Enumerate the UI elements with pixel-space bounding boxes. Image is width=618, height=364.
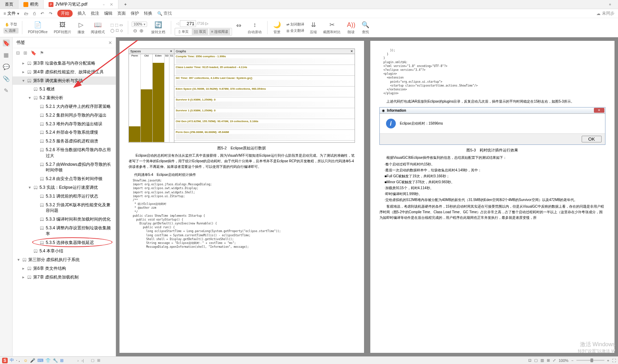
- play-button[interactable]: ▷播放: [75, 21, 87, 35]
- bookmark-item[interactable]: 🕮5.3.5 选择收集器降低延迟: [13, 238, 116, 247]
- sb-zoom-in-icon[interactable]: +: [607, 358, 609, 363]
- crop-button[interactable]: ✂截图和对比: [321, 21, 343, 35]
- full-translate-button[interactable]: ⊞全文翻译: [285, 28, 306, 34]
- sb-view2-icon[interactable]: ▢: [534, 358, 538, 363]
- ime-skin-icon[interactable]: 👕: [45, 358, 51, 363]
- zoom-in-icon[interactable]: ⊕: [139, 28, 144, 34]
- pdf-to-image-button[interactable]: 🖼PDF转图片: [52, 21, 73, 35]
- bookmark-panel-icon[interactable]: 🔖: [3, 39, 10, 46]
- page-next-icon[interactable]: ▷: [205, 21, 208, 26]
- menu-convert[interactable]: 转换: [144, 10, 152, 16]
- undo-icon[interactable]: ↶: [41, 11, 44, 16]
- hand-tool[interactable]: ✋手型: [3, 22, 19, 27]
- bookmark-item[interactable]: 🕮5.3.4 调整内存设置控制垃圾收集频率: [13, 224, 116, 238]
- tab-home[interactable]: 首页: [0, 0, 19, 9]
- bm-flag-icon[interactable]: ⚑: [40, 50, 44, 55]
- bookmark-item[interactable]: ▾🕮第三部分 虚拟机执行子系统: [13, 255, 116, 264]
- bm-expand-icon[interactable]: ⊞: [23, 50, 27, 55]
- tab-close-icon[interactable]: ✕: [110, 2, 113, 7]
- marquee-icon[interactable]: ⬚: [110, 23, 114, 27]
- thumbnail-panel-icon[interactable]: ▦: [3, 51, 10, 58]
- bookmark-item[interactable]: 🕮5.3.3 编译时间和类加载时间的优化: [13, 215, 116, 224]
- sb-view1-icon[interactable]: ⊡: [528, 358, 531, 363]
- poly-icon[interactable]: ◇: [120, 29, 123, 32]
- bookmark-item[interactable]: 🕮5.2.3 堆外内存导致的溢出错误: [13, 120, 116, 128]
- sb-view3-icon[interactable]: ▥: [540, 358, 544, 363]
- word-translate-button[interactable]: ⇄划词翻译: [285, 22, 306, 27]
- attach-panel-icon[interactable]: 📎: [3, 75, 10, 82]
- bookmark-item[interactable]: 🕮5.1 概述: [13, 85, 116, 94]
- bookmark-item[interactable]: ▸🕮第6章 类文件结构: [13, 264, 116, 273]
- bookmark-item[interactable]: ▸🕮第7章 虚拟机类加载机制: [13, 273, 116, 282]
- read-mode-button[interactable]: 📖阅读模式: [89, 21, 107, 35]
- sogou-icon[interactable]: S: [2, 358, 8, 363]
- edit-panel-icon[interactable]: ✎: [3, 87, 10, 94]
- bookmark-item[interactable]: ▾🕮5.2 案例分析: [13, 94, 116, 102]
- search-button[interactable]: 🔍查找: [157, 10, 172, 16]
- single-page-button[interactable]: ▯ 单页: [176, 29, 191, 35]
- bm-collapse-icon[interactable]: ⊟: [16, 50, 20, 55]
- auto-scroll-button[interactable]: ↕自动滚动: [246, 21, 264, 35]
- ime-kb-icon[interactable]: ⌨: [37, 358, 43, 363]
- nav-end-icon[interactable]: ›|: [81, 358, 84, 363]
- bookmark-item[interactable]: 🕮5.3.2 升级JDK版本的性能变化及兼容问题: [13, 201, 116, 215]
- bm-add-icon[interactable]: 🔖: [31, 50, 36, 55]
- bookmark-item[interactable]: 🕮5.2.8 由安全点导致长时间停顿: [13, 174, 116, 183]
- bookmark-tree[interactable]: ▸🕮第3章 垃圾收集器与内存分配策略▸🕮第4章 虚拟机性能监控、故障处理工具▾🕮…: [13, 58, 116, 356]
- zoom-control[interactable]: 100%▾: [132, 22, 147, 27]
- window-restore-icon[interactable]: ▫: [602, 0, 618, 9]
- read-aloud-button[interactable]: A))朗读: [345, 21, 357, 35]
- ime-emoji-icon[interactable]: ☺: [23, 358, 28, 363]
- document-viewport[interactable]: Spaces✕ Perm Old Eden S0 S1 Graphs✕ Comp…: [116, 37, 618, 356]
- sync-status[interactable]: ☁未同步: [596, 10, 615, 16]
- redo-icon[interactable]: ↷: [49, 11, 52, 16]
- rotate-button[interactable]: 🔄旋转文档: [149, 21, 167, 35]
- ime-grid-icon[interactable]: ⊞: [60, 358, 64, 363]
- bookmark-item[interactable]: 🕮5.2.7 由Windows虚拟内存导致的长时间停顿: [13, 160, 116, 175]
- comment-panel-icon[interactable]: 💬: [3, 63, 10, 70]
- bookmark-item[interactable]: 🕮5.2.6 不恰当数据结构导致内存占用过大: [13, 146, 116, 160]
- bookmark-item[interactable]: 🕮5.3.1 调优前的程序运行状态: [13, 192, 116, 201]
- file-menu[interactable]: ≡文件▾: [3, 10, 19, 16]
- sb-view4-icon[interactable]: ⊞: [547, 358, 550, 363]
- sb-page-icon[interactable]: ▢: [91, 358, 94, 363]
- menu-protect[interactable]: 保护: [131, 10, 139, 16]
- menu-annotate[interactable]: 批注: [91, 10, 99, 16]
- bookmark-item[interactable]: ▸🕮第4章 虚拟机性能监控、故障处理工具: [13, 68, 116, 76]
- tab-document[interactable]: PJVM学习笔记.pdf▫✕: [44, 0, 118, 9]
- ime-tool-icon[interactable]: 🔧: [53, 358, 58, 363]
- tab-daoke[interactable]: 稻壳: [19, 0, 44, 9]
- open-icon[interactable]: 🗁: [24, 11, 28, 16]
- zoom-slider[interactable]: [576, 360, 604, 361]
- circle-icon[interactable]: ◯: [110, 29, 114, 32]
- continuous-button[interactable]: ≡ 连续阅读: [209, 29, 231, 35]
- menu-insert[interactable]: 插入: [78, 10, 86, 16]
- ime-punct-icon[interactable]: ·，: [16, 357, 21, 363]
- panel-close-icon[interactable]: ✕: [108, 40, 112, 45]
- bookmark-item[interactable]: 🕮5.2.2 集群间同步导致的内存溢出: [13, 111, 116, 120]
- double-page-button[interactable]: ▯▯ 双页: [192, 29, 208, 35]
- background-button[interactable]: 🌙背景: [271, 21, 283, 35]
- sb-expand-icon[interactable]: ⛶: [612, 358, 616, 363]
- find-button[interactable]: 🔍查找: [359, 21, 371, 35]
- sb-zoom-out-icon[interactable]: −: [571, 358, 573, 363]
- page-first-icon[interactable]: ◁: [176, 21, 179, 26]
- nav-start-icon[interactable]: ›: [78, 358, 79, 363]
- ime-lang[interactable]: 中: [10, 357, 14, 363]
- zoom-out-icon[interactable]: ⊖: [133, 28, 137, 34]
- tab-restore-icon[interactable]: ▫: [103, 2, 104, 7]
- square-icon[interactable]: ☐: [116, 29, 119, 32]
- sb-layout-icon[interactable]: ⊞: [97, 358, 100, 363]
- select-tool[interactable]: ↖选择: [3, 28, 19, 34]
- page-input[interactable]: [180, 20, 196, 27]
- bookmark-item[interactable]: 🕮5.4 本章小结: [13, 247, 116, 255]
- bookmark-item-circled[interactable]: ▾🕮5.3 实战：Eclipse运行速度调优: [13, 183, 116, 192]
- pdf-to-office-button[interactable]: 📄PDF转Office: [26, 21, 50, 35]
- bookmark-item[interactable]: ▸🕮第3章 垃圾收集器与内存分配策略: [13, 59, 116, 68]
- fit-button[interactable]: ⇔: [234, 21, 243, 34]
- ime-mic-icon[interactable]: 🎤: [30, 358, 35, 363]
- bookmark-item[interactable]: 🕮5.2.4 外部命令导致系统缓慢: [13, 128, 116, 137]
- bookmark-item[interactable]: 🕮5.2.1 大内存硬件上的程序部署策略: [13, 102, 116, 111]
- start-tab[interactable]: 开始: [57, 10, 73, 17]
- tab-new[interactable]: ＋: [118, 0, 132, 9]
